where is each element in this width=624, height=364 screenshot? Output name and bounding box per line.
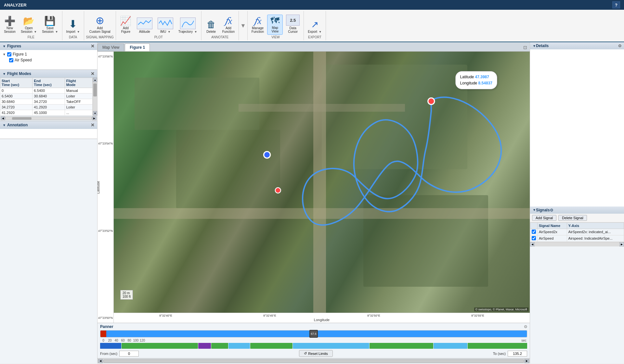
- figures-close-button[interactable]: ✕: [91, 44, 95, 49]
- signals-settings-button[interactable]: ⊙: [550, 208, 553, 212]
- tab-map-view[interactable]: Map View: [98, 44, 124, 51]
- app-title: ANALYZER: [4, 3, 27, 7]
- figures-header[interactable]: ▼ Figures ✕: [0, 42, 97, 50]
- y-axis-label: Latitude: [98, 181, 100, 194]
- delete-button[interactable]: 🗑 Delete: [203, 19, 219, 35]
- end-time-cell: 45.1000: [32, 110, 65, 116]
- add-figure-button[interactable]: 📈 AddFigure: [118, 15, 134, 35]
- panner-cursor-value: 67.6: [311, 332, 317, 335]
- figure1-checkbox[interactable]: [7, 52, 11, 56]
- ribbon-group-signal-mapping: ⊕ AddCustom Signal SIGNAL MAPPING: [84, 11, 116, 40]
- add-figure-icon: 📈: [120, 17, 131, 26]
- tick-60: 60: [120, 339, 126, 342]
- scale-bar: 20 m 100 ft: [120, 290, 133, 300]
- fm-loiter5: [468, 343, 527, 349]
- table-row: 30.684034.2720TakeOFF: [0, 99, 93, 105]
- trajectory-button[interactable]: Trajectory ▼: [176, 16, 199, 35]
- ribbon-group-export: ↗ Export ▼ EXPORT: [304, 11, 326, 40]
- scroll-up-button[interactable]: ▲: [93, 78, 97, 82]
- attitude-plot-icon: [137, 18, 152, 29]
- scroll-track: [93, 82, 97, 111]
- save-session-button[interactable]: 💾 SaveSession ▼: [40, 15, 60, 35]
- y-tick-2: 47°23'54"N: [98, 142, 113, 145]
- col-check: [530, 222, 538, 229]
- list-item: AirSpeedAirspeed: IndicatedAirSpe...: [530, 235, 624, 242]
- from-input[interactable]: [119, 351, 139, 357]
- panner-settings-icon[interactable]: ⊙: [524, 324, 527, 329]
- export-button[interactable]: ↗ Export ▼: [306, 19, 324, 35]
- flight-modes-collapse-icon: ▼: [3, 72, 6, 76]
- details-header: ▼ Details ⊙: [530, 42, 624, 49]
- flight-mode-cell: Loiter: [65, 94, 92, 99]
- tab-panel-controls: ⊡: [523, 44, 530, 51]
- signal-check[interactable]: [530, 229, 538, 235]
- section-collapse-arrow[interactable]: ▼: [240, 22, 246, 29]
- view-group-label: VIEW: [271, 35, 280, 40]
- aerial-map-bg: Latitude 47.3987 Longitude 8.54837 20 m: [114, 52, 530, 313]
- signal-check[interactable]: [530, 235, 538, 242]
- scroll-left-button[interactable]: ◀: [1, 116, 5, 120]
- scale-meters: 20 m: [123, 291, 131, 295]
- from-label: From (sec): [100, 352, 117, 356]
- end-time-cell: 41.2920: [32, 105, 65, 110]
- add-signal-button[interactable]: Add Signal: [532, 215, 556, 221]
- add-function-button[interactable]: 𝑓x AddFunction: [220, 15, 237, 35]
- map-main[interactable]: Latitude 47.3987 Longitude 8.54837 20 m: [114, 52, 530, 313]
- help-button[interactable]: ?: [612, 1, 620, 8]
- import-button[interactable]: ⬇ Import ▼: [64, 18, 82, 35]
- delete-label: Delete: [206, 30, 216, 33]
- airspeed-checkbox[interactable]: [9, 58, 13, 62]
- data-cursor-button[interactable]: 2.5 DataCursor: [284, 13, 302, 35]
- flight-modes-close-button[interactable]: ✕: [91, 71, 95, 76]
- imu-plot-icon: [158, 18, 173, 29]
- start-time-cell: 0: [0, 88, 32, 94]
- attitude-button[interactable]: Attitude: [135, 16, 154, 35]
- panner-track[interactable]: 67.6: [100, 330, 527, 337]
- tick-40: 40: [113, 339, 120, 342]
- bottom-right-btn[interactable]: ▶: [525, 359, 529, 363]
- section-dropdown[interactable]: ▼: [239, 11, 248, 40]
- details-close-button[interactable]: ⊙: [618, 44, 621, 48]
- panner-red-fill: [100, 331, 106, 337]
- map-view-button[interactable]: 🗺 MapView: [267, 15, 283, 35]
- signals-scroll-track[interactable]: [535, 242, 619, 246]
- tab-panel-close[interactable]: ⊡: [523, 45, 527, 50]
- open-session-icon: 📂: [23, 17, 34, 26]
- start-time-cell: 30.6840: [0, 99, 32, 105]
- col-y-axis: Y-Axis: [567, 222, 624, 229]
- flight-modes-header[interactable]: ▼ Flight Modes ✕: [0, 70, 97, 78]
- flight-table-scroll[interactable]: StartTime (sec) EndTime (sec) FlightMode…: [0, 78, 93, 116]
- manage-function-button[interactable]: 𝑓x ManageFunction: [250, 15, 266, 35]
- annotation-header[interactable]: ▼ Annotation ✕: [0, 121, 97, 129]
- bottom-left-btn[interactable]: ◀: [98, 359, 103, 363]
- bottom-scroll-track[interactable]: [103, 359, 524, 363]
- add-custom-signal-button[interactable]: ⊕ AddCustom Signal: [87, 14, 112, 35]
- annotation-title: Annotation: [7, 123, 28, 127]
- signal-name-cell: AirSpeed2x: [538, 229, 567, 235]
- signals-scroll-right[interactable]: ▶: [619, 242, 624, 246]
- flight-scroll-v[interactable]: ▲ ▼: [93, 78, 97, 116]
- y-tick-4: 47°23'50"N: [98, 316, 113, 320]
- scroll-down-button[interactable]: ▼: [93, 111, 97, 116]
- latitude-display: Latitude 47.3987: [460, 74, 492, 80]
- to-input[interactable]: [508, 351, 527, 357]
- panner-cursor[interactable]: 67.6: [309, 330, 318, 338]
- signals-header: ▼ Signals ⊙: [530, 207, 624, 214]
- x-tick-3: 8°32'50"E: [367, 314, 380, 317]
- scroll-right-button[interactable]: ▶: [92, 116, 97, 120]
- new-session-button[interactable]: ➕ NewSession: [2, 15, 18, 35]
- longitude-label: Longitude: [460, 81, 478, 85]
- delete-signal-button[interactable]: Delete Signal: [558, 215, 587, 221]
- signals-scroll-row[interactable]: ◀ ▶: [530, 242, 624, 246]
- annotation-close-button[interactable]: ✕: [91, 122, 95, 128]
- signals-scroll-left[interactable]: ◀: [530, 242, 535, 246]
- data-cursor-label: DataCursor: [288, 26, 298, 33]
- reset-limits-button[interactable]: ↺ Reset Limits: [299, 350, 333, 357]
- flight-scroll-h[interactable]: ◀ ▶: [0, 116, 97, 121]
- tab-map-view-label: Map View: [102, 45, 119, 50]
- imu-button[interactable]: IMU ▼: [156, 16, 175, 35]
- open-session-button[interactable]: 📂 OpenSession ▼: [19, 15, 39, 35]
- figure1-item: ▼ Figure 1: [1, 51, 96, 57]
- tab-figure1[interactable]: Figure 1: [125, 44, 150, 51]
- col-start-time: StartTime (sec): [0, 78, 32, 88]
